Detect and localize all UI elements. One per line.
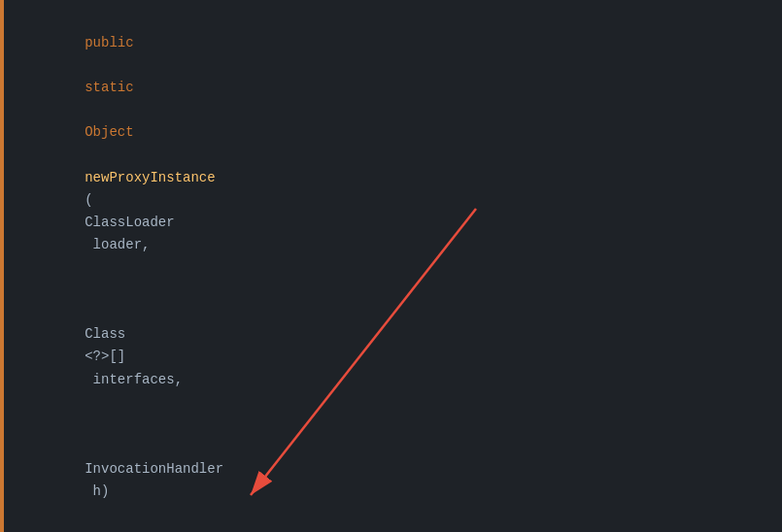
code-line-2: Class <?>[] interfaces, [0, 279, 782, 414]
code-line-4: throws IllegalArgumentException [0, 525, 782, 532]
code-container: public static Object newProxyInstance ( … [0, 0, 782, 532]
code-line-1: public static Object newProxyInstance ( … [0, 10, 782, 279]
code-line-3: InvocationHandler h) [0, 414, 782, 525]
code-block: public static Object newProxyInstance ( … [0, 0, 782, 532]
